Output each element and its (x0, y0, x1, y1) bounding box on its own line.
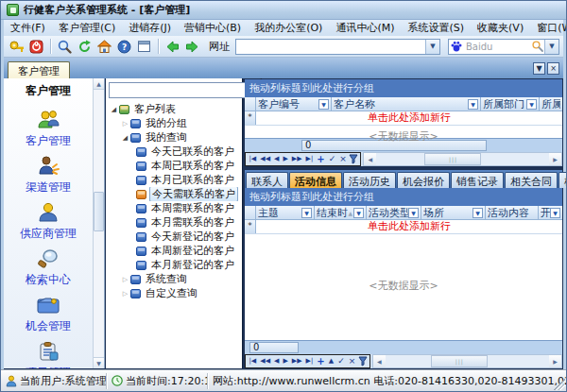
back-button[interactable] (163, 38, 181, 56)
add-new-row[interactable]: * 单击此处添加新行 (245, 220, 562, 234)
scrollbar-thumb[interactable] (94, 192, 104, 231)
group-by-bar[interactable]: 拖动列标题到此处进行分组 (245, 79, 562, 97)
refresh-button[interactable] (76, 38, 94, 56)
scroll-right-icon[interactable]: ▶ (549, 355, 561, 367)
resize-grip[interactable] (554, 379, 565, 390)
filter-dropdown-icon[interactable]: ▼ (353, 208, 364, 218)
menu-file[interactable]: 文件(F) (4, 20, 52, 36)
logout-button[interactable] (27, 38, 45, 56)
tab-opportunity[interactable]: 机会 (558, 172, 567, 188)
tree-node[interactable]: 本周已联系的客户 (108, 159, 240, 173)
home-button[interactable] (95, 38, 113, 56)
tab-list-dropdown-button[interactable]: ▼ (533, 62, 545, 75)
add-new-row[interactable]: * 单击此处添加新行 (245, 111, 562, 126)
expand-icon[interactable]: ▷ (120, 276, 130, 283)
address-dropdown-button[interactable]: ▼ (425, 40, 439, 54)
scrollbar-thumb[interactable]: ||| (424, 153, 481, 165)
sidebar-item-opportunities[interactable]: 机会管理 (26, 294, 71, 334)
column-header-customer-no[interactable]: 客户编号▼ (256, 97, 332, 111)
tree-node-selected[interactable]: 今天需联系的客户 (108, 187, 240, 201)
menu-customer[interactable]: 客户管理(C) (52, 20, 122, 36)
nav-first-button[interactable]: |◀ (248, 153, 258, 165)
column-header-place[interactable]: 场所▼ (421, 206, 486, 219)
nav-next-page-button[interactable]: ▶▶ (290, 153, 303, 165)
scroll-right-icon[interactable]: ▶ (549, 153, 561, 165)
sidebar-item-projects[interactable]: 项目管理 (26, 340, 71, 368)
sidebar-item-customers[interactable]: 客户管理 (26, 109, 71, 149)
nav-first-button[interactable]: |◀ (248, 355, 258, 367)
filter-dropdown-icon[interactable]: ▼ (408, 208, 419, 218)
expand-icon[interactable]: ▷ (120, 290, 130, 298)
nav-last-button[interactable]: ▶| (304, 153, 315, 165)
scroll-up-icon[interactable]: ▲ (94, 78, 104, 90)
expand-icon[interactable]: ◢ (109, 106, 119, 113)
nav-filter-icon[interactable] (349, 154, 358, 164)
tree-node[interactable]: 本月已联系的客户 (108, 173, 240, 187)
sidebar-item-suppliers[interactable]: 供应商管理 (20, 201, 77, 242)
tree-node-root[interactable]: ◢客户列表 (108, 102, 240, 116)
nav-edit-button[interactable]: ▲ (327, 355, 335, 367)
column-header-customer-name[interactable]: 客户名称▼ (332, 97, 481, 111)
tab-sales-records[interactable]: 销售记录 (451, 172, 504, 188)
column-header-activity-content[interactable]: 活动内容 (486, 206, 539, 219)
new-window-button[interactable] (135, 38, 153, 56)
menu-settings[interactable]: 系统设置(S) (401, 20, 471, 36)
nav-prev-page-button[interactable]: ◀◀ (259, 153, 272, 165)
nav-commit-button[interactable]: ✓ (327, 153, 337, 165)
tab-activity-history[interactable]: 活动历史 (343, 172, 396, 188)
filter-dropdown-icon[interactable]: ▼ (550, 208, 560, 218)
column-header-activity-type[interactable]: 活动类型▼ (367, 206, 421, 219)
column-header-start-time[interactable]: 开始时间▼ (539, 206, 562, 219)
tree-node[interactable]: 本周新登记的客户 (108, 244, 240, 258)
sidebar-item-channels[interactable]: 渠道管理 (26, 155, 71, 196)
nav-add-button[interactable]: + (316, 153, 326, 165)
sidebar-scrollbar[interactable]: ▲ ▼ (93, 78, 104, 368)
tab-customer-management[interactable]: 客户管理 (8, 61, 70, 78)
tab-activity-info[interactable]: 活动信息 (289, 172, 342, 188)
column-header-clipped[interactable]: 所属 (540, 97, 562, 111)
nav-next-page-button[interactable]: ▶▶ (290, 355, 303, 367)
menu-office[interactable]: 我的办公室(O) (248, 20, 329, 36)
nav-cancel-button[interactable]: × (338, 153, 349, 165)
tree-node[interactable]: ▷系统查询 (108, 272, 240, 286)
tree-node[interactable]: 今天新登记的客户 (108, 230, 240, 244)
search-input[interactable]: Baidu (464, 42, 531, 52)
tree-search-input[interactable] (109, 82, 251, 98)
nav-prev-button[interactable]: ◀ (273, 153, 281, 165)
search-go-icon[interactable] (531, 40, 544, 53)
tab-contacts[interactable]: 联系人 (246, 172, 288, 188)
sidebar-item-search-center[interactable]: 检索中心 (26, 247, 71, 288)
filter-dropdown-icon[interactable]: ▼ (472, 208, 483, 218)
search-button[interactable] (56, 38, 74, 56)
tree-node[interactable]: 本月新登记的客户 (108, 258, 240, 272)
address-input[interactable] (236, 41, 425, 53)
menu-favorites[interactable]: 收藏夹(V) (471, 20, 530, 36)
filter-dropdown-icon[interactable]: ▼ (301, 208, 312, 218)
nav-last-button[interactable]: ▶| (304, 355, 315, 367)
tree-node[interactable]: ◢我的查询 (108, 130, 240, 145)
scroll-left-icon[interactable]: ◀ (364, 153, 376, 165)
nav-prev-button[interactable]: ◀ (273, 355, 281, 367)
menu-marketing[interactable]: 营销中心(B) (178, 20, 248, 36)
filter-dropdown-icon[interactable]: ▼ (526, 99, 537, 110)
tab-close-button[interactable]: × (547, 62, 559, 75)
nav-add-button[interactable]: + (316, 355, 326, 367)
tree-node[interactable]: ▷自定义查询 (108, 286, 240, 300)
menu-window[interactable]: 窗口(W) (530, 20, 567, 36)
scrollbar-thumb[interactable]: ||| (431, 355, 488, 367)
menu-inventory[interactable]: 进销存(J) (122, 20, 178, 36)
expand-icon[interactable]: ▷ (120, 120, 130, 128)
column-header-department[interactable]: 所属部门▼ (481, 97, 540, 111)
scroll-left-icon[interactable]: ◀ (373, 355, 386, 367)
menu-communication[interactable]: 通讯中心(M) (329, 20, 401, 36)
tree-node[interactable]: ▷我的分组 (108, 116, 240, 130)
column-header-end-time[interactable]: 结束时▲▼ (315, 206, 367, 219)
tab-contracts[interactable]: 相关合同 (505, 172, 558, 188)
forward-button[interactable] (183, 38, 201, 56)
tab-opportunity-quote[interactable]: 机会报价 (397, 172, 450, 188)
filter-dropdown-icon[interactable]: ▼ (468, 99, 478, 110)
tree-node[interactable]: 本周需联系的客户 (108, 201, 240, 215)
nav-cancel-button[interactable]: × (347, 355, 357, 367)
group-by-bar[interactable]: 拖动列标题到此处进行分组 (245, 188, 562, 206)
expand-icon[interactable]: ◢ (120, 134, 130, 142)
